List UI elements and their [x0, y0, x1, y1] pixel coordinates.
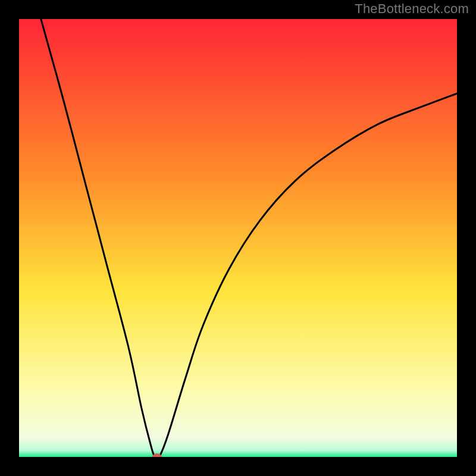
chart-frame: TheBottleneck.com: [0, 0, 476, 476]
chart-svg: [19, 19, 457, 457]
attribution-text: TheBottleneck.com: [355, 1, 469, 17]
gradient-background: [19, 19, 457, 457]
plot-area: [19, 19, 457, 457]
